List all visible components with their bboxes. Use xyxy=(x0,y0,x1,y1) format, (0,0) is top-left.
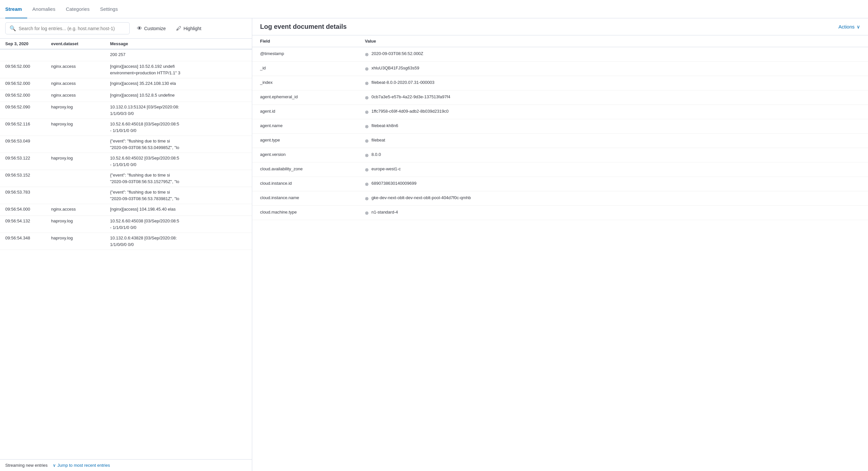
list-item[interactable]: cloud.availability_zone⊗europe-west1-c xyxy=(252,162,868,177)
table-row[interactable]: 09:56:52.090haproxy.log10.132.0.13:51324… xyxy=(0,102,252,119)
log-table-header: Sep 3, 2020 event.dataset Message xyxy=(0,39,252,50)
table-row[interactable]: 09:56:52.000nginx.access[nginx][access] … xyxy=(0,78,252,90)
log-time: 09:56:52.000 xyxy=(5,80,51,86)
log-time xyxy=(5,52,51,52)
highlight-button[interactable]: 🖊 Highlight xyxy=(173,24,205,33)
field-value: ⊗6890738630140009699 xyxy=(365,180,860,188)
field-value-text: 1ffc7958-c69f-4d09-adb2-8b039d2319c0 xyxy=(371,108,448,115)
tab-categories[interactable]: Categories xyxy=(61,0,95,18)
table-row[interactable]: 09:56:52.000nginx.access[nginx][access] … xyxy=(0,61,252,78)
list-item[interactable]: cloud.machine.type⊗n1-standard-4 xyxy=(252,206,868,220)
table-row[interactable]: 09:56:53.122haproxy.log10.52.6.60:45032 … xyxy=(0,153,252,170)
copy-icon[interactable]: ⊗ xyxy=(365,65,369,72)
field-value-text: gke-dev-next-oblt-dev-next-oblt-pool-404… xyxy=(371,194,471,201)
table-row[interactable]: 09:56:52.000nginx.access[nginx][access] … xyxy=(0,90,252,102)
copy-icon[interactable]: ⊗ xyxy=(365,195,369,202)
log-dataset: nginx.access xyxy=(51,80,110,86)
log-dataset: haproxy.log xyxy=(51,235,110,241)
details-title: Log event document details xyxy=(260,23,346,30)
tab-bar: Stream Anomalies Categories Settings xyxy=(0,0,868,18)
table-row[interactable]: 09:56:54.348haproxy.log10.132.0.6:43828 … xyxy=(0,233,252,250)
list-item[interactable]: agent.type⊗filebeat xyxy=(252,134,868,148)
list-item[interactable]: _index⊗filebeat-8.0.0-2020.07.31-000003 xyxy=(252,76,868,90)
field-value-text: filebeat-kh8n6 xyxy=(371,123,398,129)
table-row[interactable]: 09:56:53.152{"event": "flushing due to t… xyxy=(0,170,252,187)
field-value: ⊗0cb7a3e5-e57b-4a22-9d3e-137513fa97f4 xyxy=(365,94,860,101)
log-message: [nginx][access] 10.52.8.5 undefine xyxy=(110,92,247,99)
highlight-icon: 🖊 xyxy=(176,26,182,31)
list-item[interactable]: @timestamp⊗2020-09-03T08:56:52.000Z xyxy=(252,47,868,62)
table-row[interactable]: 09:56:54.000nginx.access[nginx][access] … xyxy=(0,204,252,216)
log-table: Sep 3, 2020 event.dataset Message 200 25… xyxy=(0,39,252,459)
field-name: cloud.instance.name xyxy=(260,194,365,200)
tab-stream[interactable]: Stream xyxy=(5,0,27,18)
search-input-wrapper[interactable]: 🔍 xyxy=(5,22,130,34)
tab-settings[interactable]: Settings xyxy=(95,0,123,18)
search-input[interactable] xyxy=(19,26,125,31)
copy-icon[interactable]: ⊗ xyxy=(365,51,369,58)
log-dataset xyxy=(51,172,110,172)
copy-icon[interactable]: ⊗ xyxy=(365,137,369,145)
table-row[interactable]: 09:56:52.116haproxy.log10.52.6.60:45018 … xyxy=(0,119,252,136)
log-dataset: haproxy.log xyxy=(51,121,110,126)
field-value-text: 6890738630140009699 xyxy=(371,180,416,187)
copy-icon[interactable]: ⊗ xyxy=(365,123,369,130)
streaming-label: Streaming new entries xyxy=(5,463,48,468)
table-row[interactable]: 09:56:53.783{"event": "flushing due to t… xyxy=(0,187,252,204)
field-name: agent.version xyxy=(260,151,365,157)
list-item[interactable]: agent.name⊗filebeat-kh8n6 xyxy=(252,119,868,134)
copy-icon[interactable]: ⊗ xyxy=(365,94,369,101)
tab-anomalies[interactable]: Anomalies xyxy=(27,0,61,18)
list-item[interactable]: agent.ephemeral_id⊗0cb7a3e5-e57b-4a22-9d… xyxy=(252,90,868,105)
customize-label: Customize xyxy=(144,26,166,31)
actions-button[interactable]: Actions ∨ xyxy=(839,24,860,30)
list-item[interactable]: cloud.instance.id⊗6890738630140009699 xyxy=(252,177,868,191)
copy-icon[interactable]: ⊗ xyxy=(365,210,369,217)
field-name: cloud.instance.id xyxy=(260,180,365,186)
details-table: Field Value @timestamp⊗2020-09-03T08:56:… xyxy=(252,35,868,471)
customize-button[interactable]: 👁 Customize xyxy=(134,24,169,33)
list-item[interactable]: agent.id⊗1ffc7958-c69f-4d09-adb2-8b039d2… xyxy=(252,105,868,119)
log-time: 09:56:52.090 xyxy=(5,104,51,109)
copy-icon[interactable]: ⊗ xyxy=(365,181,369,188)
message-column-header: Message xyxy=(110,41,247,46)
chevron-down-icon: ∨ xyxy=(857,24,860,30)
log-dataset: nginx.access xyxy=(51,206,110,212)
field-name: agent.id xyxy=(260,108,365,114)
copy-icon[interactable]: ⊗ xyxy=(365,166,369,173)
right-panel: Log event document details Actions ∨ Fie… xyxy=(252,18,868,471)
log-dataset xyxy=(51,189,110,190)
log-message: [nginx][access] 104.198.45.40 elas xyxy=(110,206,247,213)
copy-icon[interactable]: ⊗ xyxy=(365,152,369,159)
log-dataset xyxy=(51,138,110,138)
log-message: {"event": "flushing due to time si "2020… xyxy=(110,138,247,151)
table-row[interactable]: 09:56:54.132haproxy.log10.52.6.60:45038 … xyxy=(0,216,252,233)
log-time: 09:56:54.000 xyxy=(5,206,51,212)
copy-icon[interactable]: ⊗ xyxy=(365,109,369,116)
table-row[interactable]: 200 257 xyxy=(0,50,252,61)
list-item[interactable]: _id⊗xhluU3QB41FJSsg63s59 xyxy=(252,62,868,76)
copy-icon[interactable]: ⊗ xyxy=(365,80,369,87)
list-item[interactable]: cloud.instance.name⊗gke-dev-next-oblt-de… xyxy=(252,191,868,206)
log-dataset: nginx.access xyxy=(51,63,110,69)
search-icon: 🔍 xyxy=(9,25,16,31)
left-panel: 🔍 👁 Customize 🖊 Highlight Sep 3, 2020 ev… xyxy=(0,18,252,471)
field-name: _index xyxy=(260,79,365,85)
dataset-column-header: event.dataset xyxy=(51,41,110,46)
chevron-down-icon: ∨ xyxy=(53,463,56,468)
field-value: ⊗8.0.0 xyxy=(365,151,860,159)
list-item[interactable]: agent.version⊗8.0.0 xyxy=(252,148,868,162)
log-dataset: haproxy.log xyxy=(51,104,110,109)
streaming-footer: Streaming new entries ∨ Jump to most rec… xyxy=(0,459,252,471)
field-value-text: filebeat xyxy=(371,137,385,144)
log-rows: 200 25709:56:52.000nginx.access[nginx][a… xyxy=(0,50,252,250)
table-row[interactable]: 09:56:53.049{"event": "flushing due to t… xyxy=(0,136,252,153)
customize-icon: 👁 xyxy=(137,26,142,31)
field-value-text: europe-west1-c xyxy=(371,166,401,172)
details-header: Field Value xyxy=(252,35,868,47)
field-value-text: 8.0.0 xyxy=(371,151,381,158)
log-message: [nginx][access] 10.52.6.192 undefi envir… xyxy=(110,63,247,76)
log-message: {"event": "flushing due to time si "2020… xyxy=(110,189,247,202)
jump-to-recent-link[interactable]: ∨ Jump to most recent entries xyxy=(53,463,110,468)
log-message: 10.52.6.60:45032 [03/Sep/2020:08:5 - 1/1… xyxy=(110,155,247,168)
